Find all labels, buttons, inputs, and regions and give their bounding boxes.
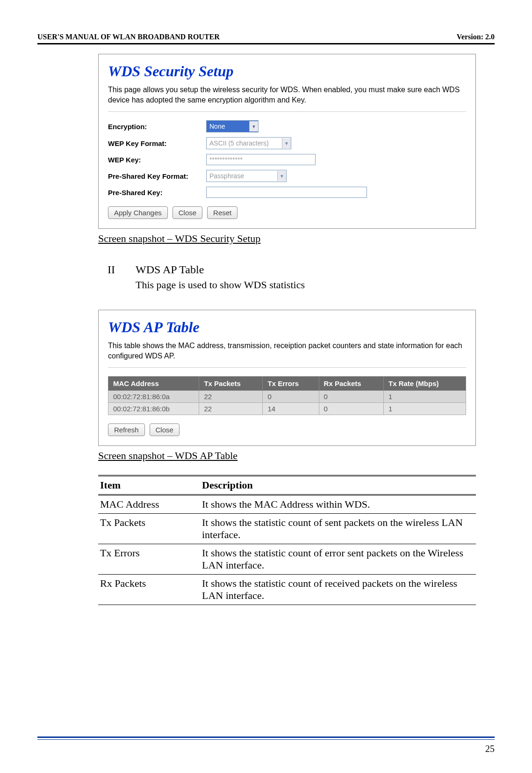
cell-rxp: 0 [319,403,383,415]
table-row: MAC Address It shows the MAC Address wit… [98,495,476,514]
wds-security-panel: WDS Security Setup This page allows you … [98,54,476,229]
wep-key-input[interactable]: ************* [206,154,316,165]
page-footer: 25 [37,737,495,754]
desc-text: It shows the statistic count of sent pac… [200,514,476,544]
desc-item: Rx Packets [98,575,200,605]
encryption-value: None [207,121,249,132]
cell-txp: 22 [199,403,263,415]
wep-key-value: ************* [209,156,243,163]
desc-item: MAC Address [98,495,200,514]
page-number: 25 [37,744,495,754]
panel2-title: WDS AP Table [108,319,466,336]
panel1-desc: This page allows you setup the wireless … [108,85,466,112]
chevron-down-icon: ▼ [282,138,291,148]
caption-security: Screen snapshot – WDS Security Setup [98,233,476,245]
section-desc: This page is used to show WDS statistics [136,279,476,291]
table-row: 00:02:72:81:86:0b 22 14 0 1 [108,403,466,415]
desc-text: It shows the statistic count of received… [200,575,476,605]
section-heading: II WDS AP Table [98,263,476,276]
page-header: USER'S MANUAL OF WLAN BROADBAND ROUTER V… [37,33,495,44]
label-psk: Pre-Shared Key: [108,189,206,197]
chevron-down-icon: ▼ [277,171,286,181]
table-row: Tx Packets It shows the statistic count … [98,514,476,544]
label-wep-format: WEP Key Format: [108,139,206,147]
close-button[interactable]: Close [173,206,202,219]
col-txp: Tx Packets [199,377,263,391]
cell-txp: 22 [199,391,263,403]
cell-txe: 0 [263,391,319,403]
psk-input[interactable] [206,187,367,198]
desc-head-desc: Description [200,476,476,495]
panel1-title: WDS Security Setup [108,63,466,80]
apply-changes-button[interactable]: Apply Changes [108,206,168,219]
reset-button[interactable]: Reset [207,206,237,219]
label-encryption: Encryption: [108,123,206,131]
table-row: Tx Errors It shows the statistic count o… [98,544,476,575]
wds-ap-table-panel: WDS AP Table This table shows the MAC ad… [98,310,476,446]
desc-text: It shows the MAC Address within WDS. [200,495,476,514]
wep-format-select[interactable]: ASCII (5 characters) ▼ [206,137,291,149]
wep-format-value: ASCII (5 characters) [207,138,282,149]
desc-text: It shows the statistic count of error se… [200,544,476,575]
psk-format-value: Passphrase [207,170,277,182]
cell-mac: 00:02:72:81:86:0a [108,391,199,403]
label-psk-format: Pre-Shared Key Format: [108,172,206,180]
cell-rate: 1 [383,403,466,415]
col-rate: Tx Rate (Mbps) [383,377,466,391]
cell-txe: 14 [263,403,319,415]
desc-head-item: Item [98,476,200,495]
col-txe: Tx Errors [263,377,319,391]
desc-item: Tx Errors [98,544,200,575]
table-row: Rx Packets It shows the statistic count … [98,575,476,605]
header-right: Version: 2.0 [457,33,495,41]
header-left: USER'S MANUAL OF WLAN BROADBAND ROUTER [37,33,220,41]
cell-mac: 00:02:72:81:86:0b [108,403,199,415]
encryption-select[interactable]: None ▼ [206,120,259,132]
section-title: WDS AP Table [136,263,204,276]
label-wep-key: WEP Key: [108,156,206,164]
col-mac: MAC Address [108,377,199,391]
desc-item: Tx Packets [98,514,200,544]
caption-ap-table: Screen snapshot – WDS AP Table [98,450,476,462]
chevron-down-icon: ▼ [249,121,258,131]
psk-format-select[interactable]: Passphrase ▼ [206,170,287,182]
table-row: 00:02:72:81:86:0a 22 0 0 1 [108,391,466,403]
description-table: Item Description MAC Address It shows th… [98,475,476,605]
col-rxp: Rx Packets [319,377,383,391]
wds-ap-table: MAC Address Tx Packets Tx Errors Rx Pack… [108,376,466,415]
cell-rate: 1 [383,391,466,403]
refresh-button[interactable]: Refresh [108,423,145,436]
cell-rxp: 0 [319,391,383,403]
section-number: II [98,263,136,276]
panel2-desc: This table shows the MAC address, transm… [108,341,466,368]
close-button[interactable]: Close [150,423,180,436]
